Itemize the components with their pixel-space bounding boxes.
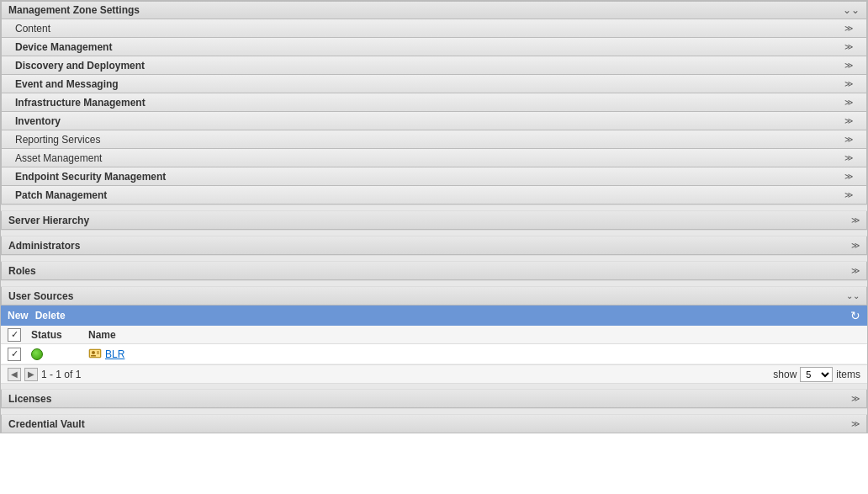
- items-per-page-select[interactable]: 5 10 25: [800, 367, 833, 382]
- section-server-hierarchy[interactable]: Server Hierarchy ≫: [1, 211, 867, 230]
- pagination-left: ◀ ▶ 1 - 1 of 1: [8, 368, 81, 381]
- subsection-title-patch-management: Patch Management: [15, 189, 107, 201]
- header-checkbox-col: [8, 328, 24, 342]
- toolbar-buttons: New Delete: [8, 310, 66, 321]
- chevron-patch-management: ≫: [844, 190, 853, 199]
- header-name: Name: [88, 329, 860, 341]
- subsection-title-infrastructure-management: Infrastructure Management: [15, 97, 146, 109]
- chevron-discovery-deployment: ≫: [844, 61, 853, 70]
- chevron-reporting-services: ≫: [844, 135, 853, 144]
- chevron-infrastructure-management: ≫: [844, 98, 853, 107]
- pagination-right: show 5 10 25 items: [773, 367, 860, 382]
- chevron-event-messaging: ≫: [844, 79, 853, 88]
- user-sources-header[interactable]: User Sources ⌄⌄: [1, 287, 867, 305]
- subsection-infrastructure-management[interactable]: Infrastructure Management ≫: [1, 93, 867, 112]
- chevron-server-hierarchy: ≫: [851, 215, 860, 225]
- section-credential-vault[interactable]: Credential Vault ≫: [1, 415, 867, 433]
- gap-5: [1, 383, 867, 390]
- section-roles[interactable]: Roles ≫: [1, 262, 867, 280]
- chevron-licenses: ≫: [851, 394, 860, 403]
- items-label: items: [836, 369, 860, 380]
- section-management-zone[interactable]: Management Zone Settings ⌄⌄: [1, 1, 867, 19]
- chevron-administrators: ≫: [851, 241, 860, 250]
- section-user-sources: User Sources ⌄⌄ New Delete ↻ Status Name: [1, 287, 867, 383]
- table-header: Status Name: [1, 326, 867, 344]
- svg-rect-3: [91, 355, 96, 357]
- section-title-management-zone: Management Zone Settings: [8, 4, 140, 16]
- chevron-device-management: ≫: [844, 42, 853, 51]
- chevron-content: ≫: [844, 24, 853, 33]
- refresh-icon[interactable]: ↻: [850, 309, 860, 322]
- subsection-title-content: Content: [15, 23, 50, 35]
- subsection-asset-management[interactable]: Asset Management ≫: [1, 149, 867, 167]
- chevron-endpoint-security: ≫: [844, 172, 853, 181]
- section-title-credential-vault: Credential Vault: [8, 418, 85, 430]
- subsection-device-management[interactable]: Device Management ≫: [1, 38, 867, 56]
- gap-6: [1, 408, 867, 415]
- chevron-credential-vault: ≫: [851, 419, 860, 428]
- section-title-server-hierarchy: Server Hierarchy: [8, 215, 89, 226]
- gap-2: [1, 230, 867, 236]
- section-title-user-sources: User Sources: [8, 290, 73, 302]
- show-label: show: [773, 369, 797, 380]
- page-container: Management Zone Settings ⌄⌄ Content ≫ De…: [0, 0, 868, 433]
- subsection-event-messaging[interactable]: Event and Messaging ≫: [1, 75, 867, 93]
- row-status: [31, 348, 82, 360]
- collapse-icon-user-sources: ⌄⌄: [846, 291, 860, 300]
- chevron-asset-management: ≫: [844, 153, 853, 162]
- subsection-reporting-services[interactable]: Reporting Services ≫: [1, 130, 867, 149]
- delete-button[interactable]: Delete: [35, 310, 66, 321]
- pagination-row: ◀ ▶ 1 - 1 of 1 show 5 10 25 items: [1, 364, 867, 383]
- subsection-title-device-management: Device Management: [15, 41, 112, 53]
- section-administrators[interactable]: Administrators ≫: [1, 236, 867, 255]
- collapse-icon-management-zone: ⌄⌄: [843, 5, 860, 15]
- user-source-link-blr[interactable]: BLR: [105, 348, 124, 360]
- gap-4: [1, 280, 867, 287]
- subsection-inventory[interactable]: Inventory ≫: [1, 112, 867, 130]
- subsection-content[interactable]: Content ≫: [1, 19, 867, 38]
- select-all-checkbox[interactable]: [8, 328, 21, 342]
- section-title-roles: Roles: [8, 265, 36, 277]
- table-row: BLR: [1, 344, 867, 364]
- header-status: Status: [31, 329, 82, 341]
- chevron-roles: ≫: [851, 266, 860, 275]
- new-button[interactable]: New: [8, 310, 29, 321]
- subsection-title-inventory: Inventory: [15, 115, 61, 127]
- subsection-patch-management[interactable]: Patch Management ≫: [1, 186, 867, 205]
- subsection-title-discovery-deployment: Discovery and Deployment: [15, 60, 145, 72]
- subsection-endpoint-security[interactable]: Endpoint Security Management ≫: [1, 167, 867, 186]
- section-licenses[interactable]: Licenses ≫: [1, 390, 867, 408]
- subsection-discovery-deployment[interactable]: Discovery and Deployment ≫: [1, 56, 867, 75]
- page-info: 1 - 1 of 1: [41, 369, 81, 380]
- svg-point-2: [92, 351, 95, 354]
- gap-3: [1, 255, 867, 262]
- next-page-button[interactable]: ▶: [24, 368, 38, 381]
- chevron-inventory: ≫: [844, 116, 853, 125]
- prev-page-button[interactable]: ◀: [8, 368, 21, 381]
- gap-1: [1, 205, 867, 211]
- section-title-administrators: Administrators: [8, 240, 80, 252]
- row-name-cell: BLR: [88, 348, 860, 361]
- row-checkbox-col: [8, 348, 24, 361]
- section-title-licenses: Licenses: [8, 393, 51, 405]
- status-active-icon: [31, 348, 43, 360]
- row-checkbox[interactable]: [8, 348, 21, 361]
- subsection-title-reporting-services: Reporting Services: [15, 134, 100, 146]
- subsection-title-endpoint-security: Endpoint Security Management: [15, 171, 166, 183]
- user-source-icon: [88, 348, 102, 361]
- user-sources-toolbar: New Delete ↻: [1, 305, 867, 326]
- subsection-title-asset-management: Asset Management: [15, 152, 102, 164]
- subsection-title-event-messaging: Event and Messaging: [15, 78, 119, 90]
